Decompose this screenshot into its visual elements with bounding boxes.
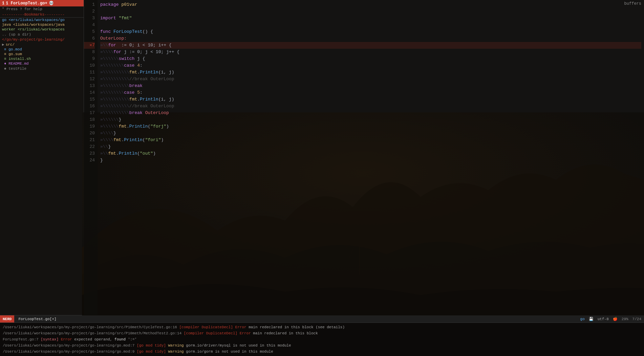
code-line-12: »\\\\\\\\\\//break OuterLoop (100, 76, 641, 83)
ln-10: 10 (84, 62, 95, 69)
bookmark-java[interactable]: java <liukai/workspaces/java (0, 22, 84, 27)
msg-5-warning: Warning (166, 350, 184, 354)
folder-label: src/ (6, 43, 15, 47)
ln-19: 19 (84, 123, 95, 130)
msg-5-tag: [go mod tidy] (137, 350, 166, 354)
msg-3-path: ForLoopTest.go:7 (3, 337, 41, 341)
code-line-2 (100, 8, 641, 15)
ln-6: 6 (84, 35, 95, 42)
code-line-18: »\\\\\\} (100, 116, 641, 123)
msg-2: /Users/liukai/workspaces/go/my-project/g… (3, 330, 641, 336)
tree-install-sh[interactable]: ≡ install.sh (0, 57, 84, 61)
up-dir[interactable]: .. (up a dir) (0, 32, 84, 37)
install-sh-label: ≡ install.sh (4, 57, 31, 61)
ln-23: 23 (84, 150, 95, 157)
msg-3-found: found (114, 337, 126, 341)
msg-2-text: main redeclared in this block (251, 331, 318, 335)
code-line-6: OuterLoop: (100, 35, 641, 42)
editor-container: 1 1 ForLoopTest.go+ 💀 " Press ? for help… (0, 0, 644, 356)
status-filename: ForLoopTest.go[+] (18, 317, 56, 321)
messages-panel: /Users/liukai/workspaces/go/my-project/g… (0, 322, 644, 356)
sidebar-title: 1 1 ForLoopTest.go+ 💀 (0, 0, 84, 6)
msg-3-found-val: ':=' (126, 337, 137, 341)
sidebar-help: " Press ? for help (0, 6, 84, 12)
ln-8: 8 (84, 49, 95, 55)
code-line-23: »\\fmt.Println("out") (100, 150, 641, 157)
status-encoding: utf-8 (598, 317, 609, 321)
line-numbers: 1 2 3 4 5 6 ✕7 8 9 10 11 12 13 14 15 16 (84, 0, 98, 315)
status-language: go (580, 317, 585, 321)
msg-4-path: /Users/liukai/workspaces/go/my-project/g… (3, 343, 137, 348)
tree-go-mod[interactable]: ≡ go.mod (0, 47, 84, 52)
code-container: 1 2 3 4 5 6 ✕7 8 9 10 11 12 13 14 15 16 (84, 0, 644, 315)
code-line-8: »\\\\for j := 0; j < 10; j++ { (100, 49, 641, 55)
code-editor[interactable]: package p01var import "fmt" func ForLoop… (98, 0, 644, 315)
status-disk-icon: 💾 (589, 317, 594, 321)
code-line-20: »\\\\} (100, 130, 641, 137)
sidebar-filename: 1 ForLoopTest.go+ (6, 1, 47, 6)
nerd-indicator: NERD (0, 315, 14, 323)
code-line-9: »\\\\\\switch j { (100, 55, 641, 62)
testfile-label: ✱ testFile (4, 66, 26, 71)
readme-label: ♦ README.md (4, 62, 29, 66)
code-line-5: func ForLoopTest() { (100, 28, 641, 35)
msg-4-tag: [go mod tidy] (137, 343, 166, 348)
msg-1-text: main redeclared in this block (see detai… (246, 325, 345, 329)
ln-11: 11 (84, 69, 95, 76)
code-line-14: »\\\\\\\\case 5: (100, 89, 641, 96)
editor-area: 1 2 3 4 5 6 ✕7 8 9 10 11 12 13 14 15 16 (84, 0, 644, 315)
code-line-1: package p01var (100, 1, 641, 8)
bookmark-go[interactable]: go <ers/liukai/workspaces/go (0, 18, 84, 22)
tree-src-folder[interactable]: ▶ src/ (0, 42, 84, 47)
msg-3-tag: [syntax] (41, 337, 59, 341)
ln-13: 13 (84, 83, 95, 89)
status-apple-icon: 🍎 (613, 317, 618, 321)
status-right: go 💾 utf-8 🍎 29% 7/24 (580, 317, 641, 321)
msg-1-tag: [compiler DuplicateDecl] (179, 325, 233, 329)
msg-5: /Users/liukai/workspaces/go/my-project/g… (3, 349, 641, 355)
code-line-22: »\\} (100, 143, 641, 150)
code-line-10: »\\\\\\\\case 4: (100, 62, 641, 69)
msg-3: ForLoopTest.go:7 [syntax] Error expected… (3, 336, 641, 342)
tree-go-sum[interactable]: ≡ go.sum (0, 52, 84, 57)
status-position: 7/24 (632, 317, 641, 321)
buffers-button[interactable]: buffers (624, 1, 641, 6)
ln-12: 12 (84, 76, 95, 83)
msg-1-error: Error (233, 325, 246, 329)
file-icon: 1 (2, 1, 4, 6)
ln-4: 4 (84, 22, 95, 28)
current-path: </go/my-project/go-learning/ (0, 37, 84, 42)
ln-16: 16 (84, 103, 95, 110)
code-line-13: »\\\\\\\\\\break (100, 83, 641, 89)
msg-1: /Users/liukai/workspaces/go/my-project/g… (3, 324, 641, 330)
bookmark-worker[interactable]: worker <rs/liukai/workspaces (0, 27, 84, 32)
ln-24: 24 (84, 157, 95, 164)
msg-2-path: /Users/liukai/workspaces/go/my-project/g… (3, 331, 184, 335)
ln-3: 3 (84, 15, 95, 22)
skull-icon: 💀 (49, 1, 54, 6)
tree-testfile[interactable]: ✱ testFile (0, 66, 84, 71)
arrow-right-icon: ▶ (2, 42, 4, 47)
ln-14: 14 (84, 89, 95, 96)
ln-20: 20 (84, 130, 95, 137)
ln-17: 17 (84, 110, 95, 116)
code-line-17: »\\\\\\\\\\break OuterLoop (100, 110, 641, 116)
msg-2-tag: [compiler DuplicateDecl] (184, 331, 237, 335)
code-line-21: »\\\\fmt.Println("fori") (100, 137, 641, 143)
msg-2-error: Error (237, 331, 251, 335)
go-mod-label: ≡ go.mod (4, 47, 22, 51)
ln-21: 21 (84, 137, 95, 143)
ln-1: 1 (84, 1, 95, 8)
code-line-19: »\\\\\\fmt.Println("forj") (100, 123, 641, 130)
msg-4-warning: Warning (166, 343, 184, 348)
code-line-24: } (100, 157, 641, 164)
ln-5: 5 (84, 28, 95, 35)
bookmarks-divider: ----------Bookmarks--------- (0, 12, 84, 18)
msg-5-path: /Users/liukai/workspaces/go/my-project/g… (3, 350, 137, 354)
sidebar: 1 1 ForLoopTest.go+ 💀 " Press ? for help… (0, 0, 84, 315)
status-percent: 29% (622, 317, 628, 321)
msg-3-error: Error (59, 337, 72, 341)
code-line-3: import "fmt" (100, 15, 641, 22)
code-line-7: »\\for := 0; i < 10; i++ { (100, 42, 641, 49)
tree-readme[interactable]: ♦ README.md (0, 61, 84, 66)
